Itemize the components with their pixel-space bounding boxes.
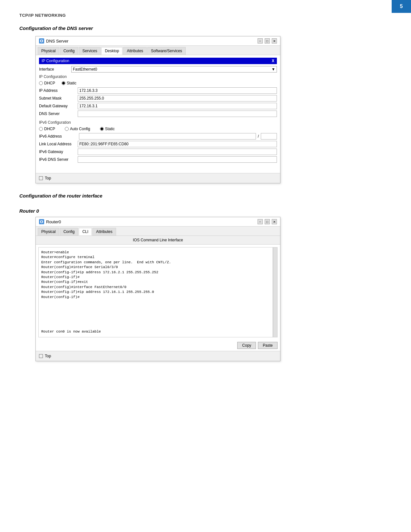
ip-config-header: IP Configuration X (39, 58, 277, 64)
dns-tab-desktop[interactable]: Desktop (101, 47, 122, 55)
router-0-title: Router 0 (19, 208, 392, 214)
dns-top-checkbox[interactable] (39, 176, 43, 180)
router0-top-checkbox[interactable] (39, 354, 43, 358)
dns-tab-bar: Physical Config Services Desktop Attribu… (36, 46, 280, 55)
ipv6-gateway-row: IPv6 Gateway (39, 149, 277, 155)
dns-minimize-button[interactable]: − (258, 38, 263, 44)
router0-window-controls[interactable]: − □ ✕ (258, 219, 277, 224)
ipv6-section-label: IPv6 Configuration (39, 120, 277, 125)
dns-server-window: DNS Server − □ ✕ Physical Config Service… (35, 36, 280, 183)
dns-close-button[interactable]: ✕ (272, 38, 277, 44)
ipv6-dns-input[interactable] (78, 156, 277, 163)
subnet-mask-row: Subnet Mask (39, 95, 277, 102)
interface-select[interactable]: FastEthernet0 ▼ (71, 66, 277, 73)
ipv6-address-input[interactable] (79, 133, 256, 140)
cli-button-row: Copy Paste (36, 340, 280, 351)
ipv6-address-row: IPv6 Address / (39, 133, 277, 140)
ipv6-gateway-label: IPv6 Gateway (39, 150, 78, 154)
ipv6-static-radio[interactable]: Static (100, 127, 115, 131)
default-gateway-label: Default Gateway (39, 104, 78, 108)
static-radio-circle[interactable] (62, 81, 65, 85)
interface-label: Interface (39, 67, 71, 72)
ipv6-auto-label: Auto Config (70, 127, 90, 131)
router0-titlebar: Router0 − □ ✕ (36, 217, 280, 227)
page-number: 5 (400, 4, 403, 9)
paste-button[interactable]: Paste (258, 342, 278, 349)
cli-terminal[interactable]: Router>enable Router#configure terminal … (38, 247, 278, 337)
dns-section-title: Configuration of the DNS server (19, 25, 392, 31)
ipv6-auto-radio[interactable]: Auto Config (65, 127, 90, 131)
dns-window-controls[interactable]: − □ ✕ (258, 38, 277, 44)
router0-top-row: Top (36, 351, 280, 361)
ipv6-dhcp-circle[interactable] (39, 127, 43, 131)
ip-address-label: IP Address (39, 88, 78, 93)
router-cli-content: IOS Command Line Interface Router>enable… (36, 236, 280, 351)
ipv6-auto-circle[interactable] (65, 127, 69, 131)
static-label: Static (67, 81, 76, 85)
cli-scrollbar[interactable] (273, 247, 277, 337)
ipv6-radio-row: DHCP Auto Config Static (39, 127, 277, 131)
ipv6-static-circle[interactable] (100, 127, 104, 131)
ip-address-input[interactable] (78, 87, 277, 94)
dns-server-label: DNS Server (39, 111, 78, 116)
dns-window-icon (39, 38, 44, 44)
ip-config-title: IP Configuration (42, 59, 69, 63)
dhcp-label: DHCP (44, 81, 55, 85)
router0-tab-cli[interactable]: CLI (79, 228, 92, 236)
ipv6-static-label: Static (105, 127, 115, 131)
subnet-mask-label: Subnet Mask (39, 96, 78, 101)
dns-tab-config[interactable]: Config (60, 47, 78, 55)
ipv6-gateway-input[interactable] (78, 149, 277, 155)
router0-tab-config[interactable]: Config (60, 228, 78, 236)
router0-maximize-button[interactable]: □ (265, 219, 270, 224)
dns-content: IP Configuration X Interface FastEtherne… (36, 55, 280, 173)
dhcp-radio[interactable]: DHCP (39, 81, 55, 85)
router0-top-label: Top (45, 354, 51, 358)
ip-address-row: IP Address (39, 87, 277, 94)
router0-window: Router0 − □ ✕ Physical Config CLI Attrib… (35, 217, 280, 361)
router0-window-title: Router0 (46, 219, 61, 224)
static-radio[interactable]: Static (62, 81, 76, 85)
ipv6-dhcp-label: DHCP (44, 127, 55, 131)
ipv6-dns-row: IPv6 DNS Server (39, 156, 277, 163)
interface-row: Interface FastEthernet0 ▼ (39, 66, 277, 73)
router0-tab-bar: Physical Config CLI Attributes (36, 227, 280, 236)
dns-tab-physical[interactable]: Physical (38, 47, 59, 55)
router0-close-button[interactable]: ✕ (272, 219, 277, 224)
ipv6-dhcp-radio[interactable]: DHCP (39, 127, 55, 131)
dns-tab-attributes[interactable]: Attributes (123, 47, 147, 55)
router0-tab-physical[interactable]: Physical (38, 228, 59, 236)
link-local-row: Link Local Address (39, 141, 277, 147)
ip-config-close[interactable]: X (272, 59, 274, 63)
dns-top-row: Top (36, 173, 280, 183)
router-section-title: Configuration of the router interface (19, 193, 392, 198)
ipv6-prefix-input[interactable] (261, 133, 277, 140)
cli-output: Router>enable Router#configure terminal … (41, 250, 275, 334)
page-header: TCP/IP NETWORKING (19, 13, 392, 18)
router0-tab-attributes[interactable]: Attributes (93, 228, 116, 236)
ipv6-address-label: IPv6 Address (39, 134, 78, 139)
ip-config-section-label: IP Configuration (39, 74, 277, 79)
dns-titlebar: DNS Server − □ ✕ (36, 36, 280, 46)
default-gateway-row: Default Gateway (39, 103, 277, 109)
ip-mode-radio-row: DHCP Static (39, 81, 277, 85)
link-local-input[interactable] (78, 141, 277, 147)
subnet-mask-input[interactable] (78, 95, 277, 102)
dns-tab-software[interactable]: Software/Services (147, 47, 186, 55)
router0-icon (39, 219, 44, 224)
dns-top-label: Top (45, 176, 51, 180)
dns-window-title: DNS Server (46, 39, 68, 44)
router0-minimize-button[interactable]: − (258, 219, 263, 224)
ipv6-dns-label: IPv6 DNS Server (39, 157, 78, 162)
dns-tab-services[interactable]: Services (79, 47, 101, 55)
default-gateway-input[interactable] (78, 103, 277, 109)
dns-server-input[interactable] (78, 111, 277, 117)
dns-maximize-button[interactable]: □ (265, 38, 270, 44)
cli-header: IOS Command Line Interface (36, 236, 280, 245)
copy-button[interactable]: Copy (237, 342, 256, 349)
ipv6-section: IPv6 Configuration DHCP Auto Config Stat… (39, 120, 277, 170)
dhcp-radio-circle[interactable] (39, 81, 43, 85)
link-local-label: Link Local Address (39, 142, 78, 146)
ipv6-slash: / (258, 134, 259, 139)
dns-server-row: DNS Server (39, 111, 277, 117)
